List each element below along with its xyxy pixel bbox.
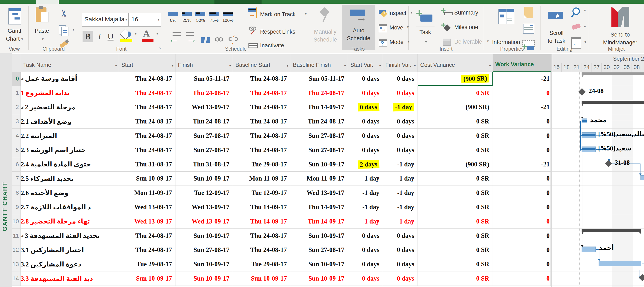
row-id[interactable]: 7 [12,172,21,186]
cell-finish[interactable]: Sun 10-09-17 [176,229,233,243]
cell-start-var-[interactable]: 0 days [348,229,383,243]
cell-finish[interactable]: Sun 27-08-17 [176,143,233,157]
filter-arrow-icon[interactable]: ▾ [115,63,117,68]
cell-baseline-finish[interactable]: Sun 05-11-17 [290,72,348,86]
cell-start[interactable]: Wed 13-09-17 [119,214,176,228]
cell-start[interactable]: Thu 24-08-17 [119,143,176,157]
cell-work-variance[interactable]: 0 [493,186,551,200]
percent-0-button[interactable]: 0% [167,9,179,26]
cell-finish-var-[interactable]: -1 day [383,172,418,186]
task-name-cell[interactable]: تحديد الفئة المستهدفة 3◢ [21,229,119,243]
cell-start-var-[interactable]: 0 days [348,86,383,100]
column-header-work-variance[interactable]: Work Variance [493,54,551,72]
filter-arrow-icon[interactable]: ▾ [414,63,416,68]
cell-baseline-start[interactable]: Mon 11-09-17 [233,172,290,186]
cell-finish-var-[interactable]: 0 days [383,114,418,128]
cell-baseline-start[interactable]: Tue 12-09-17 [233,186,290,200]
cell-start[interactable]: Wed 13-09-17 [119,200,176,214]
cell-baseline-finish[interactable]: Sun 27-08-17 [290,243,348,257]
cell-work-variance[interactable]: 0 [493,172,551,186]
task-name-cell[interactable]: ديد الفئة المستهدفة 3.3 [21,271,119,285]
cell-start-var-[interactable]: 0 days [348,100,383,114]
cell-baseline-start[interactable]: Thu 24-08-17 [233,114,290,128]
cell-start-var-[interactable]: -1 day [348,214,383,228]
underline-button[interactable]: U [106,31,115,42]
cell-finish-var-[interactable]: 0 days [383,72,418,86]
cell-baseline-finish[interactable]: Thu 24-08-17 [290,86,348,100]
cell-finish[interactable]: Thu 24-08-17 [176,114,233,128]
background-color-button[interactable]: ▾ [120,30,135,43]
task-bar[interactable] [582,246,596,252]
cell-finish[interactable]: Sun 10-09-17 [176,271,233,285]
gantt-chart-view-button[interactable]: Gantt Chart▾ [6,6,23,40]
send-to-mindmanager-button[interactable]: Send to MindManager [602,6,639,49]
scroll-to-task-button[interactable]: Scroll to Task [545,8,568,49]
cell-start-var-[interactable]: -1 day [348,200,383,214]
cell-start[interactable]: Thu 24-08-17 [119,243,176,257]
summary-bar[interactable] [582,101,644,104]
cell-work-variance[interactable]: 0 [493,229,551,243]
cell-cost-variance[interactable]: 0 SR [418,172,493,186]
cell-baseline-finish[interactable]: Thu 14-09-17 [290,214,348,228]
cell-baseline-finish[interactable]: Sun 27-08-17 [290,129,348,143]
column-header-task-name[interactable]: Task Name▾ [21,54,119,72]
cell-finish[interactable]: Sun 27-08-17 [176,243,233,257]
respect-links-button[interactable]: ✓ Respect Links [248,27,306,38]
cell-baseline-finish[interactable]: Thu 14-09-17 [290,100,348,114]
percent-25-button[interactable]: 25% [181,9,193,26]
cell-work-variance[interactable]: 0 [493,214,551,228]
cell-start[interactable]: Sun 10-09-17 [119,172,176,186]
cell-start-var-[interactable]: 0 days [348,271,383,285]
row-id[interactable]: 2 [12,100,21,114]
cell-start[interactable]: Thu 24-08-17 [119,100,176,114]
row-id[interactable]: 12 [12,243,21,257]
cell-baseline-start[interactable]: Tue 29-08-17 [233,257,290,271]
row-id[interactable]: 11 [12,229,21,243]
bold-button[interactable]: B [82,31,93,42]
cell-finish[interactable]: Sun 10-09-17 [176,257,233,271]
insert-milestone-button[interactable]: + Milestone [441,24,483,35]
task-name-cell[interactable]: مرحلة التحضير 2◢ [21,100,119,114]
column-header-start[interactable]: Start▾ [119,54,176,72]
cell-cost-variance[interactable]: (900 SR) [418,157,493,171]
cell-baseline-finish[interactable]: Thu 24-08-17 [290,114,348,128]
collapse-triangle-icon[interactable]: ◢ [21,77,23,81]
outdent-task-button[interactable]: ← [168,32,182,47]
cell-finish-var-[interactable]: 0 days [383,243,418,257]
task-name-cell[interactable]: أقامة ورشة عمل◢ [21,72,119,86]
task-name-cell[interactable]: حتوى المادة العلمية 2.4 [21,157,119,171]
cell-baseline-start[interactable]: Thu 24-08-17 [233,86,290,100]
cell-cost-variance[interactable]: 0 SR [418,257,493,271]
task-bar[interactable] [598,261,641,266]
summary-bar[interactable] [582,229,641,232]
cell-work-variance[interactable]: 0 [493,200,551,214]
cell-baseline-start[interactable]: Tue 29-08-17 [233,157,290,171]
cell-cost-variance[interactable]: 0 SR [418,186,493,200]
cell-baseline-finish[interactable]: Sun 10-09-17 [290,271,348,285]
cell-finish[interactable]: Thu 31-08-17 [176,157,233,171]
cell-start[interactable]: Thu 24-08-17 [119,114,176,128]
column-header-cost-variance[interactable]: Cost Variance▾ [418,54,493,72]
task-name-cell[interactable]: ذ الموافقات اللازمة 2.7 [21,200,119,214]
manually-schedule-button[interactable]: Manually Schedule [311,7,340,48]
task-name-cell[interactable]: الميزانية 2.2 [21,129,119,143]
cell-baseline-start[interactable]: Sun 10-09-17 [233,271,290,285]
cell-work-variance[interactable]: -21 [493,157,551,171]
font-size-select[interactable]: 16 ▾ [129,13,161,27]
row-id-header[interactable] [12,54,21,72]
filter-arrow-icon[interactable]: ▾ [379,63,381,68]
cell-baseline-start[interactable]: Thu 14-09-17 [233,200,290,214]
cell-finish[interactable]: Wed 13-09-17 [176,100,233,114]
font-name-select[interactable]: Sakkal Majalla ▾ [82,13,129,27]
cell-finish-var-[interactable]: -1 day [383,186,418,200]
font-color-button[interactable]: A ▾ [142,30,157,43]
cell-work-variance[interactable]: 0 [493,86,551,100]
task-bar[interactable] [582,132,596,138]
italic-button[interactable]: I [95,31,104,42]
percent-50-button[interactable]: 50% [194,9,206,26]
link-tasks-button[interactable] [215,36,227,45]
task-name-cell[interactable]: ختيار اسم الورشة 2.3 [21,143,119,157]
cell-baseline-finish[interactable]: Sun 10-09-17 [290,157,348,171]
row-id[interactable]: 10 [12,214,21,228]
cell-baseline-finish[interactable]: Wed 13-09-17 [290,186,348,200]
